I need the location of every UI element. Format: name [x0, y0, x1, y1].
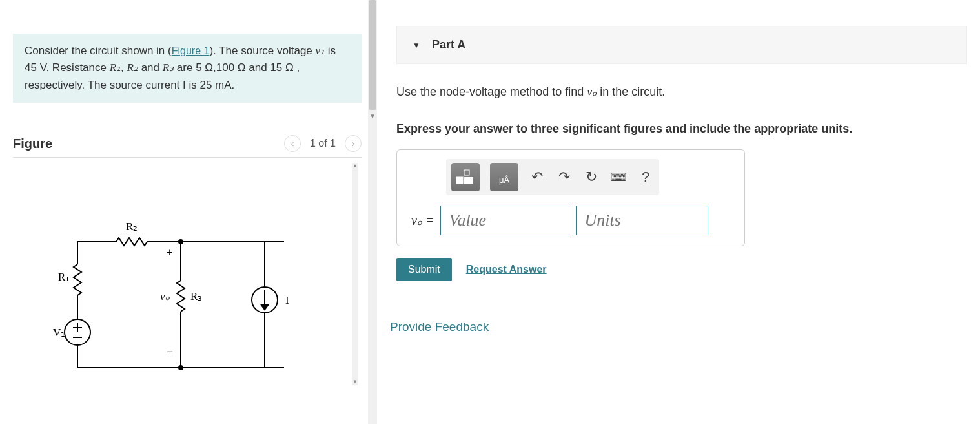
figure-next-button[interactable]: ›: [345, 135, 362, 152]
r2-symbol: R₂: [127, 61, 138, 74]
problem-text: Consider the circuit shown in (Figure 1)…: [25, 45, 336, 91]
figure-title: Figure: [13, 136, 52, 151]
vo-symbol: vₒ: [587, 85, 597, 98]
undo-button[interactable]: ↶: [529, 169, 546, 186]
answer-box: μÅ ↶ ↷ ↻ ⌨ ? vₒ =: [396, 149, 745, 246]
help-icon: ?: [642, 169, 649, 186]
units-picker-button[interactable]: μÅ: [490, 163, 518, 191]
keyboard-button[interactable]: ⌨: [610, 169, 627, 186]
submit-button[interactable]: Submit: [396, 258, 452, 281]
svg-point-17: [178, 365, 183, 370]
submit-row: Submit Request Answer: [396, 258, 967, 281]
label-r1: R₁: [58, 271, 70, 283]
units-input[interactable]: [576, 206, 708, 235]
r1-symbol: R₁: [110, 61, 121, 74]
reset-button[interactable]: ↻: [583, 169, 600, 186]
figure-prev-button[interactable]: ‹: [284, 135, 301, 152]
figure-counter: 1 of 1: [310, 138, 336, 149]
provide-feedback-link[interactable]: Provide Feedback: [390, 320, 489, 334]
express-instruction: Express your answer to three significant…: [396, 120, 967, 138]
collapse-icon: ▼: [413, 41, 420, 50]
help-button[interactable]: ?: [637, 169, 654, 186]
value-input[interactable]: [440, 206, 569, 235]
svg-text:+: +: [167, 247, 172, 258]
left-pane: Consider the circuit shown in (Figure 1)…: [0, 0, 368, 424]
undo-icon: ↶: [531, 169, 543, 186]
circuit-figure: R₁ R₂ R₃ V₁ I vₒ + − ▲ ▼: [13, 158, 362, 390]
right-pane: ▼ Part A Use the node-voltage method to …: [377, 0, 980, 424]
v1-symbol: v₁: [316, 45, 325, 57]
svg-rect-20: [456, 177, 463, 184]
part-instruction: Use the node-voltage method to find vₒ i…: [396, 83, 967, 101]
request-answer-link[interactable]: Request Answer: [466, 264, 547, 275]
template-button[interactable]: [451, 163, 480, 191]
input-row: vₒ =: [407, 206, 734, 235]
svg-rect-22: [464, 177, 473, 184]
txt: and: [138, 61, 163, 74]
part-label: Part A: [432, 38, 465, 52]
label-v1: V₁: [53, 326, 65, 339]
txt: in the circuit.: [597, 85, 665, 98]
chevron-left-icon: ‹: [291, 138, 294, 149]
scroll-down-icon: ▼: [352, 379, 358, 385]
figure-header: Figure ‹ 1 of 1 ›: [13, 129, 362, 158]
problem-statement: Consider the circuit shown in (Figure 1)…: [13, 34, 362, 103]
svg-point-16: [178, 239, 183, 244]
txt: ,: [121, 61, 127, 74]
reset-icon: ↻: [586, 169, 597, 186]
svg-text:−: −: [167, 345, 173, 358]
pane-scrollbar[interactable]: ▼: [368, 0, 377, 424]
template-icon: [456, 169, 475, 185]
chevron-right-icon: ›: [352, 138, 355, 149]
label-i: I: [285, 294, 289, 306]
part-header[interactable]: ▼ Part A: [396, 26, 967, 64]
svg-rect-21: [464, 170, 469, 175]
r3-symbol: R₃: [163, 61, 174, 74]
redo-icon: ↷: [558, 169, 570, 186]
redo-button[interactable]: ↷: [556, 169, 573, 186]
figure-link[interactable]: Figure 1: [172, 45, 210, 56]
vo-equals-label: vₒ =: [411, 213, 434, 228]
label-r2: R₂: [126, 220, 138, 233]
scroll-up-icon: ▲: [352, 163, 358, 169]
figure-scrollbar[interactable]: ▲ ▼: [352, 163, 358, 385]
units-icon: μÅ: [499, 175, 509, 185]
label-vo: vₒ: [160, 290, 170, 302]
label-r3: R₃: [190, 290, 202, 302]
txt: Consider the circuit shown in (: [25, 45, 172, 57]
figure-nav: ‹ 1 of 1 ›: [284, 135, 362, 152]
circuit-svg: R₁ R₂ R₃ V₁ I vₒ + −: [39, 209, 323, 403]
scroll-expand-icon: ▼: [368, 111, 377, 120]
txt: . Resistance: [46, 61, 109, 74]
keyboard-icon: ⌨: [610, 170, 627, 184]
scroll-thumb[interactable]: [369, 0, 376, 110]
txt: ). The source voltage: [209, 45, 315, 57]
txt: Use the node-voltage method to find: [396, 85, 587, 98]
answer-toolbar: μÅ ↶ ↷ ↻ ⌨ ?: [446, 159, 659, 195]
